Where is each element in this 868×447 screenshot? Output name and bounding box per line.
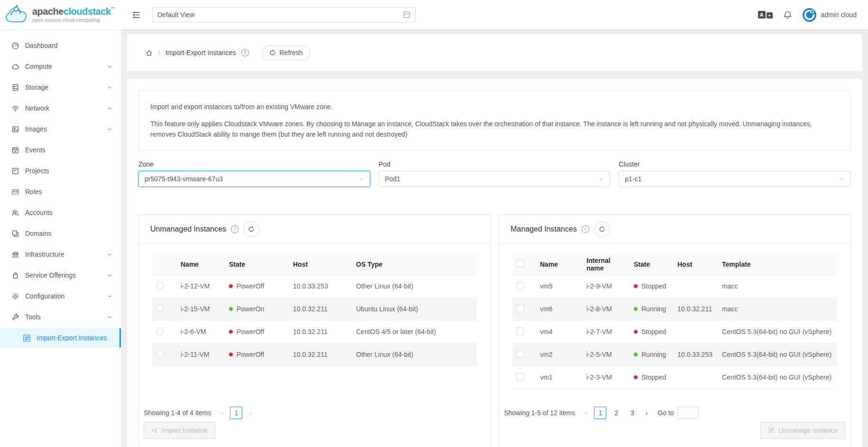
row-checkbox[interactable] <box>516 282 524 289</box>
cluster-label: Cluster <box>619 160 850 168</box>
zone-label: Zone <box>138 160 370 168</box>
managed-refresh-button[interactable] <box>594 222 610 237</box>
username: admin cloud <box>821 11 857 19</box>
table-row[interactable]: i-2-12-VM PowerOff 10.0.33.253 Other Lin… <box>152 275 476 298</box>
translate-icon[interactable]: A✦ <box>758 11 773 19</box>
row-checkbox[interactable] <box>516 327 524 335</box>
brand-name: apachecloudstack™ <box>32 7 115 16</box>
table-row[interactable]: vm5 i-2-9-VM Stopped macc <box>512 275 837 298</box>
status-badge: Running <box>641 305 666 313</box>
row-radio[interactable] <box>156 350 164 358</box>
sidebar-item-storage[interactable]: Storage <box>0 78 121 97</box>
table-row[interactable]: vm6 i-2-8-VM Running 10.0.32.211 macc <box>512 298 837 320</box>
table-row[interactable]: vm1 i-2-3-VM Stopped CentOS 5.3(64-bit) … <box>512 366 837 389</box>
images-icon <box>11 125 20 133</box>
table-row[interactable]: vm4 i-2-7-VM Stopped CentOS 5.3(64-bit) … <box>512 320 837 343</box>
view-switcher-icon[interactable] <box>403 11 411 19</box>
col-state: State <box>225 254 289 275</box>
sidebar-item-import-export-instances[interactable]: Import-Export Instances <box>0 328 121 347</box>
view-select-input[interactable] <box>157 11 403 19</box>
page-number[interactable]: 1 <box>594 407 606 419</box>
info-icon[interactable]: i <box>582 225 589 233</box>
view-selector[interactable] <box>152 7 416 22</box>
next-page-icon[interactable]: › <box>642 410 651 417</box>
sidebar-item-roles[interactable]: Roles <box>0 182 121 201</box>
storage-icon <box>11 84 20 92</box>
home-icon[interactable] <box>145 49 153 57</box>
sidebar-item-images[interactable]: Images <box>0 120 121 139</box>
projects-icon <box>11 167 20 175</box>
notifications-bell-icon[interactable] <box>783 10 792 19</box>
cloudstack-logo[interactable]: apachecloudstack™ open source cloud comp… <box>0 0 121 29</box>
status-dot <box>634 307 638 311</box>
sidebar-item-accounts[interactable]: Accounts <box>0 203 121 222</box>
sidebar-item-network[interactable]: Network <box>0 99 121 118</box>
status-badge: Stopped <box>641 282 666 290</box>
zone-select[interactable]: pr5075-t943-vmware-67u3 <box>138 171 370 187</box>
sidebar-item-events[interactable]: Events <box>0 140 121 159</box>
disconnect-icon <box>768 427 775 434</box>
row-radio[interactable] <box>156 327 164 335</box>
row-radio[interactable] <box>156 282 164 289</box>
avatar <box>803 8 816 22</box>
sidebar-item-compute[interactable]: Compute <box>0 57 121 76</box>
unmanaged-refresh-button[interactable] <box>243 222 259 237</box>
help-question-icon[interactable]: ? <box>241 49 249 56</box>
feature-description: Import and export instances to/from an e… <box>138 90 850 151</box>
col-os-type: OS Type <box>352 254 476 275</box>
page-number[interactable]: 1 <box>230 407 242 419</box>
table-row[interactable]: i-2-11-VM PowerOff 10.0.32.211 Other Lin… <box>152 343 476 366</box>
sidebar-item-infrastructure[interactable]: Infrastructure <box>0 245 121 264</box>
chevron-down-icon <box>359 177 364 182</box>
description-line-1: Import and export instances to/from an e… <box>150 102 839 112</box>
page-number[interactable]: 3 <box>626 407 639 419</box>
status-badge: PowerOn <box>237 305 264 313</box>
refresh-button[interactable]: Refresh <box>262 46 311 60</box>
sidebar-item-configuration[interactable]: Configuration <box>0 287 121 306</box>
status-dot <box>634 375 638 379</box>
row-checkbox[interactable] <box>516 373 524 381</box>
goto-page-input[interactable] <box>677 407 698 419</box>
row-checkbox[interactable] <box>516 305 524 312</box>
sidebar-item-service-offerings[interactable]: Service Offerings <box>0 266 121 285</box>
sidebar-item-dashboard[interactable]: Dashboard <box>0 36 121 55</box>
page-number[interactable]: 2 <box>610 407 622 419</box>
cluster-select[interactable]: p1-c1 <box>619 171 850 187</box>
table-row[interactable]: i-2-15-VM PowerOn 10.0.32.211 Ubuntu Lin… <box>152 298 476 320</box>
col-template: Template <box>718 254 837 275</box>
col-host: Host <box>674 254 718 275</box>
status-dot <box>229 284 233 288</box>
filters-row: Zone pr5075-t943-vmware-67u3 Pod Pod1 Cl… <box>138 160 850 187</box>
chevron-down-icon <box>107 127 112 132</box>
next-page-icon[interactable]: › <box>246 410 255 417</box>
network-wifi-icon <box>11 104 20 112</box>
user-menu[interactable]: admin cloud <box>803 8 857 22</box>
sidebar-item-projects[interactable]: Projects <box>0 161 121 180</box>
status-badge: PowerOff <box>237 282 264 290</box>
status-badge: Stopped <box>641 373 666 381</box>
cloud-monkey-logo-icon <box>5 5 28 25</box>
events-calendar-icon <box>11 146 20 154</box>
select-all-checkbox[interactable] <box>516 260 524 267</box>
sidebar-item-tools[interactable]: Tools <box>0 307 121 326</box>
unmanage-instance-button[interactable]: Unmanage Instance <box>760 422 845 439</box>
pod-select[interactable]: Pod1 <box>379 171 611 187</box>
row-checkbox[interactable] <box>516 350 524 358</box>
reload-icon <box>269 49 276 56</box>
description-line-2: This feature only applies Cloudstack VMw… <box>150 119 839 140</box>
domains-block-icon <box>11 230 20 238</box>
roles-idcard-icon <box>11 188 20 196</box>
row-radio[interactable] <box>156 305 164 312</box>
sidebar-collapse-icon[interactable] <box>132 10 141 19</box>
table-row[interactable]: vm2 i-2-5-VM Running 10.0.33.253 CentOS … <box>512 343 837 366</box>
sidebar-item-domains[interactable]: Domains <box>0 224 121 243</box>
col-name: Name <box>177 254 225 275</box>
prev-page-icon[interactable]: ‹ <box>218 410 226 417</box>
import-instance-button[interactable]: Import Instance <box>144 422 215 439</box>
info-icon[interactable]: i <box>231 225 238 233</box>
unmanaged-pagination: Showing 1-4 of 4 items ‹ 1 › <box>144 407 485 419</box>
table-row[interactable]: i-2-6-VM PowerOff 10.0.32.211 CentOS 4/5… <box>152 320 476 343</box>
reload-icon <box>599 226 605 233</box>
status-dot <box>229 307 233 311</box>
prev-page-icon[interactable]: ‹ <box>582 410 590 417</box>
